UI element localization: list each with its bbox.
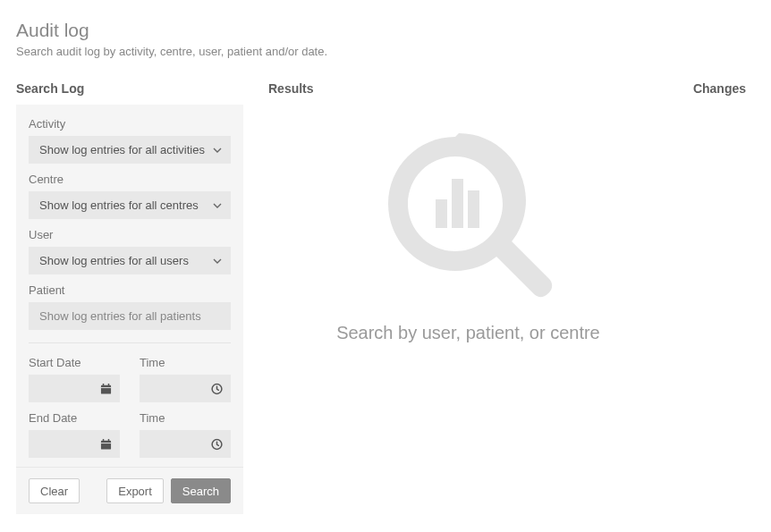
- changes-panel: Changes: [693, 81, 746, 105]
- results-heading: Results: [268, 81, 668, 96]
- end-date-label: End Date: [29, 411, 120, 425]
- start-time-label: Time: [140, 356, 231, 369]
- user-select[interactable]: Show log entries for all users: [29, 247, 231, 274]
- svg-rect-12: [468, 190, 479, 228]
- patient-input[interactable]: [29, 302, 231, 330]
- patient-label: Patient: [29, 283, 231, 297]
- clear-button[interactable]: Clear: [29, 478, 80, 503]
- search-button[interactable]: Search: [171, 478, 231, 503]
- start-date-input[interactable]: [29, 375, 120, 402]
- centre-label: Centre: [29, 173, 231, 186]
- search-log-panel: Search Log Activity Show log entries for…: [16, 81, 243, 514]
- start-date-label: Start Date: [29, 356, 120, 369]
- divider: [29, 342, 231, 343]
- activity-label: Activity: [29, 117, 231, 131]
- end-date-input[interactable]: [29, 430, 120, 458]
- changes-heading: Changes: [693, 81, 746, 96]
- activity-select[interactable]: Show log entries for all activities: [29, 136, 231, 164]
- results-panel: Results Search by user, patient, or cent…: [268, 81, 668, 343]
- search-chart-icon: [378, 121, 557, 303]
- user-label: User: [29, 228, 231, 241]
- page-title: Audit log: [16, 20, 746, 41]
- results-empty-message: Search by user, patient, or centre: [336, 323, 600, 343]
- start-time-input[interactable]: [140, 375, 231, 402]
- page-subtitle: Search audit log by activity, centre, us…: [16, 45, 746, 58]
- export-button[interactable]: Export: [106, 478, 164, 503]
- svg-rect-11: [452, 179, 463, 228]
- end-time-label: Time: [140, 411, 231, 425]
- centre-select[interactable]: Show log entries for all centres: [29, 191, 231, 219]
- search-log-heading: Search Log: [16, 81, 243, 96]
- end-time-input[interactable]: [140, 430, 231, 458]
- svg-rect-10: [436, 199, 447, 228]
